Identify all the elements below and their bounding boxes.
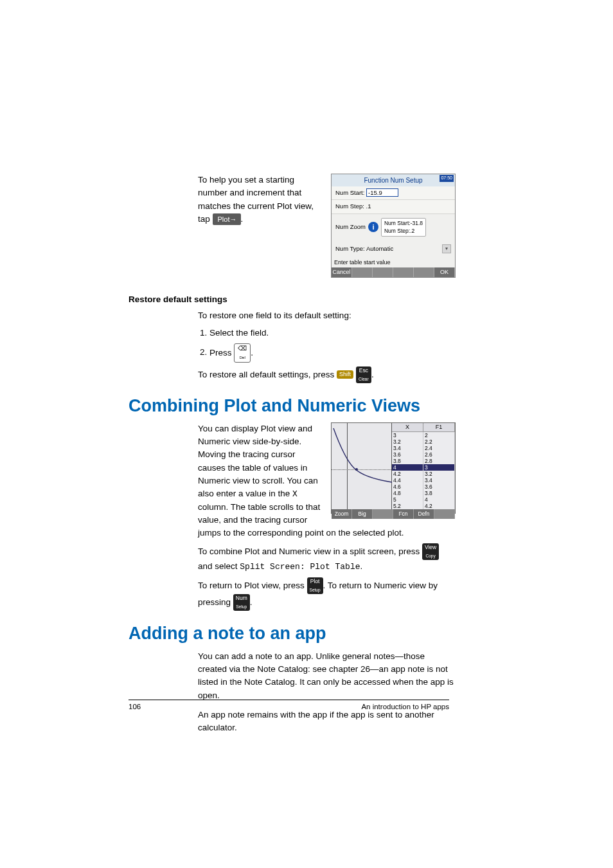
table-cell-x: 4.8 (392, 490, 423, 496)
table-cell-f1: 3.4 (423, 477, 455, 484)
bubble-line2: Num Step:.2 (384, 227, 423, 235)
bubble-line1: Num Start:-31.8 (384, 219, 423, 228)
softkey-blank (434, 509, 455, 519)
table-cell-x: 3.6 (392, 451, 423, 458)
num-step-value: .1 (366, 203, 371, 210)
table-cell-f1: 3.8 (423, 490, 455, 496)
combine-heading: Combining Plot and Numeric Views (129, 396, 456, 416)
table-row: 4.63.6 (392, 484, 455, 490)
softkey-zoom[interactable]: Zoom (332, 509, 352, 519)
num-start-label: Num Start: (335, 189, 364, 196)
table-cell-f1: 2.8 (423, 458, 455, 464)
combine-para1a: You can display Plot view and Numeric vi… (198, 424, 318, 498)
num-start-input[interactable] (366, 188, 398, 197)
softkey-blank (373, 267, 393, 278)
table-cell-x: 4.2 (392, 471, 423, 477)
num-step-label: Num Step: (335, 203, 364, 210)
table-cell-f1: 2.2 (423, 439, 455, 445)
table-cell-x: 5 (392, 496, 423, 503)
view-key-icon: ViewCopy (422, 543, 439, 560)
table-cell-x: 3.2 (392, 439, 423, 445)
svg-point-0 (355, 468, 358, 471)
softkey-ok[interactable]: OK (434, 267, 455, 278)
table-row: 4.43.4 (392, 477, 455, 484)
softkey-big[interactable]: Big (352, 509, 373, 519)
table-cell-f1: 3.2 (423, 471, 455, 477)
table-row: 3.82.8 (392, 458, 455, 464)
num-zoom-label: Num Zoom (335, 222, 366, 231)
softkey-blank (352, 267, 373, 278)
softkey-blank (373, 509, 393, 519)
split-table-pane: X F1 323.22.23.42.43.62.63.82.8434.23.24… (392, 423, 455, 510)
intro-paragraph: To help you set a starting number and in… (198, 174, 319, 278)
esc-clear-key-icon: EscClear (356, 366, 371, 383)
num-type-label: Num Type: (335, 245, 365, 252)
table-row: 3.22.2 (392, 439, 455, 445)
num-step-row: Num Step: .1 (332, 200, 455, 213)
num-type-row: Num Type: Automatic ▾ (332, 240, 455, 257)
restore-step-1: Select the field. (209, 327, 456, 339)
table-row: 5.24.2 (392, 503, 455, 509)
table-cell-x: 3.4 (392, 445, 423, 451)
page-footer: 106 An introduction to HP apps (129, 700, 449, 710)
note-para1: You can add a note to an app. Unlike gen… (198, 650, 456, 702)
x-column-mono: X (292, 489, 298, 499)
combine-para3: To return to Plot view, press PlotSetup.… (198, 577, 456, 611)
num-setup-screenshot: Function Num Setup 07:50 Num Start: Num … (331, 174, 456, 278)
restore-heading: Restore default settings (129, 294, 456, 304)
softkey-defn[interactable]: Defn (414, 509, 434, 519)
softkey-blank (393, 267, 414, 278)
num-setup-hint: Enter table start value (332, 257, 455, 267)
num-start-row: Num Start: (332, 186, 455, 200)
num-setup-title: Function Num Setup (364, 177, 422, 184)
num-type-value: Automatic (366, 245, 393, 252)
table-row: 4.83.8 (392, 490, 455, 496)
table-cell-f1: 3 (423, 464, 455, 471)
table-cell-f1: 2 (423, 432, 455, 439)
table-header-f1: F1 (423, 423, 455, 433)
table-cell-f1: 3.6 (423, 484, 455, 490)
table-row: 4.23.2 (392, 471, 455, 477)
num-setup-softkeys: Cancel OK (332, 267, 455, 278)
combine-para1b-partial: column. The table scrolls to that value,… (198, 502, 320, 525)
table-row: 43 (392, 464, 455, 471)
note-para2: An app note remains with the app if the … (198, 709, 456, 735)
combine-para1-tail: jumps to the corresponding point on the … (198, 527, 456, 539)
chevron-down-icon[interactable]: ▾ (442, 244, 451, 253)
info-bubble-content: Num Start:-31.8 Num Step:.2 (381, 218, 426, 237)
table-cell-f1: 2.6 (423, 451, 455, 458)
restore-steps: Select the field. Press ⌫Del. (209, 327, 456, 363)
num-key-icon: NumSetup (233, 594, 250, 611)
num-zoom-row: Num Zoom i Num Start:-31.8 Num Step:.2 (332, 214, 455, 241)
restore-intro: To restore one field to its default sett… (198, 309, 456, 322)
table-row: 3.42.4 (392, 445, 455, 451)
restore-all: To restore all default settings, press S… (198, 366, 456, 383)
table-cell-x: 5.2 (392, 503, 423, 509)
softkey-fcn[interactable]: Fcn (393, 509, 414, 519)
plot-key-icon: PlotSetup (307, 577, 323, 594)
note-heading: Adding a note to an app (129, 624, 456, 644)
table-header: X F1 (392, 423, 455, 433)
combine-para1-wrap: You can display Plot view and Numeric vi… (198, 422, 322, 527)
table-cell-f1: 4 (423, 496, 455, 503)
split-screen-screenshot: X F1 323.22.23.42.43.62.63.82.8434.23.24… (331, 422, 456, 514)
split-plot-pane (332, 423, 392, 510)
softkey-blank (414, 267, 434, 278)
split-screen-mono: Split Screen: Plot Table (240, 562, 360, 572)
table-header-x: X (392, 423, 423, 433)
plot-curve (332, 423, 392, 505)
table-row: 54 (392, 496, 455, 503)
footer-title: An introduction to HP apps (361, 703, 449, 710)
delete-key-icon: ⌫Del (234, 343, 251, 363)
plot-chip: Plot→ (213, 213, 241, 226)
table-cell-x: 3 (392, 432, 423, 439)
num-setup-title-bar: Function Num Setup 07:50 (332, 174, 455, 186)
softkey-cancel[interactable]: Cancel (332, 267, 352, 278)
shift-key-icon: Shift (337, 370, 353, 379)
info-icon: i (368, 222, 378, 232)
restore-step-2: Press ⌫Del. (209, 343, 456, 363)
table-row: 3.62.6 (392, 451, 455, 458)
table-cell-f1: 2.4 (423, 445, 455, 451)
table-cell-f1: 4.2 (423, 503, 455, 509)
clock-badge: 07:50 (440, 175, 454, 182)
